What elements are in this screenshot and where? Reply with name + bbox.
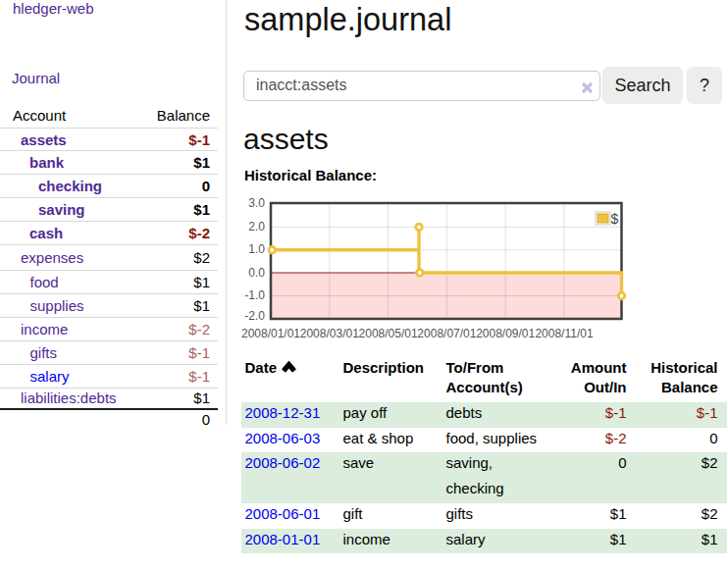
svg-text:2008/07/01: 2008/07/01 <box>417 327 476 340</box>
svg-text:2.0: 2.0 <box>248 220 265 234</box>
svg-text:$: $ <box>611 211 619 227</box>
svg-text:2008/05/01: 2008/05/01 <box>359 327 418 340</box>
svg-text:0.0: 0.0 <box>248 266 265 280</box>
svg-text:-1.0: -1.0 <box>244 288 265 302</box>
svg-text:2008/11/01: 2008/11/01 <box>535 327 593 340</box>
svg-text:-2.0: -2.0 <box>244 309 265 323</box>
svg-text:1.0: 1.0 <box>248 242 265 256</box>
svg-text:2008/01/01: 2008/01/01 <box>241 327 300 340</box>
svg-text:2008/09/01: 2008/09/01 <box>476 327 535 340</box>
svg-text:2008/03/01: 2008/03/01 <box>300 327 359 340</box>
svg-text:3.0: 3.0 <box>248 196 265 210</box>
